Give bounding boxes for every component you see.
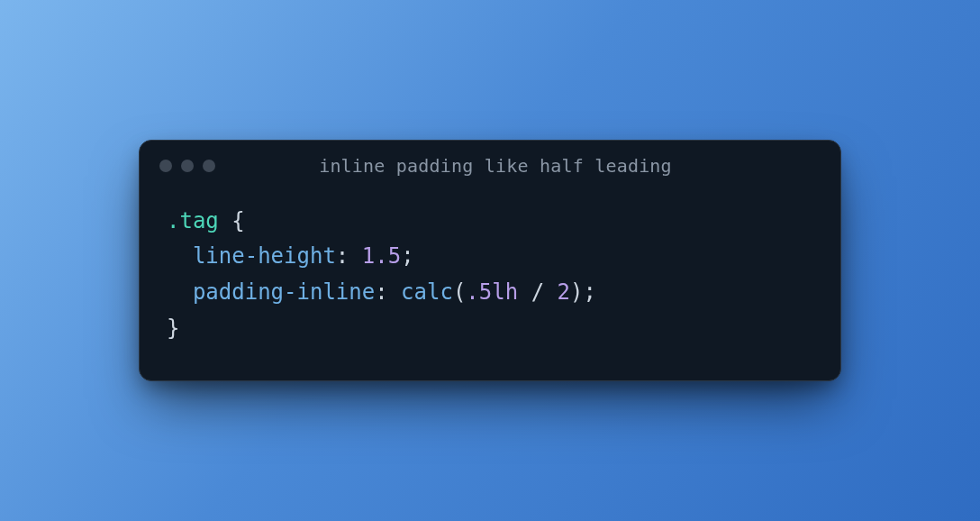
titlebar: inline padding like half leading — [140, 141, 840, 184]
maximize-icon[interactable] — [203, 160, 215, 172]
brace-open: { — [231, 208, 244, 233]
css-property: padding-inline — [193, 279, 375, 305]
code-block: .tag { line-height: 1.5; padding-inline:… — [140, 184, 840, 380]
brace-close: } — [167, 315, 179, 341]
colon: : — [375, 279, 387, 305]
css-value: .5 — [466, 279, 492, 305]
semicolon: ; — [583, 279, 595, 305]
operator: / — [531, 279, 544, 305]
css-property: line-height — [193, 243, 336, 269]
paren-open: ( — [453, 279, 466, 305]
css-function: calc — [401, 279, 453, 305]
semicolon: ; — [401, 243, 413, 269]
css-value: 2 — [558, 279, 570, 305]
window-title: inline padding like half leading — [224, 155, 821, 177]
minimize-icon[interactable] — [181, 160, 194, 172]
colon: : — [336, 243, 349, 269]
css-selector: .tag — [167, 208, 219, 233]
code-window: inline padding like half leading .tag { … — [139, 140, 841, 381]
traffic-lights — [159, 160, 215, 172]
css-value: 1.5 — [362, 243, 401, 269]
css-unit: lh — [492, 279, 518, 305]
paren-close: ) — [570, 279, 583, 305]
close-icon[interactable] — [159, 160, 172, 172]
